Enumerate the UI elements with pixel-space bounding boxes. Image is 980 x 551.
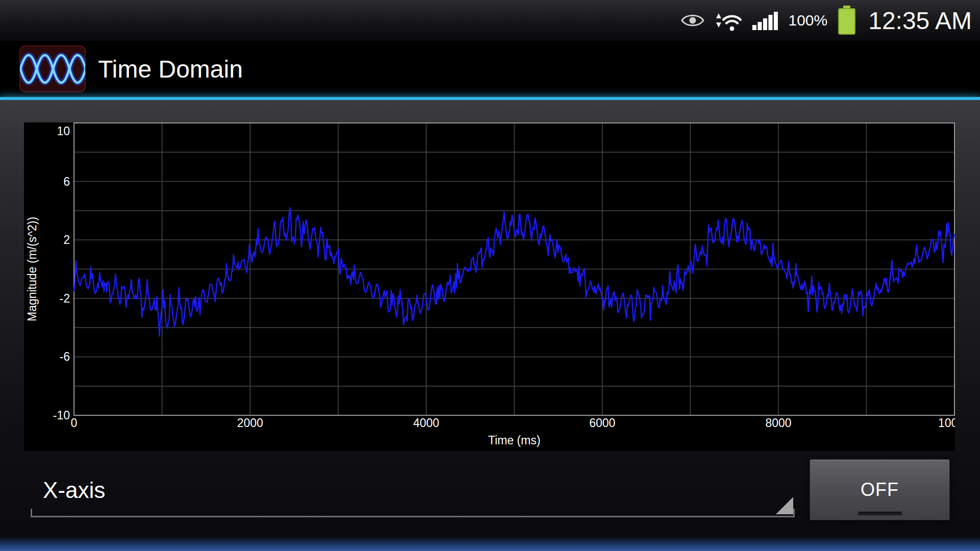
svg-text:0: 0 <box>71 416 78 430</box>
chart-svg: 02000400060008000100001062-2-6-10Time (m… <box>24 122 955 451</box>
action-bar: Time Domain <box>0 41 980 97</box>
svg-text:6: 6 <box>63 175 70 188</box>
chart-grid <box>74 123 954 415</box>
battery-icon <box>838 6 856 35</box>
svg-text:10: 10 <box>57 124 70 138</box>
wifi-icon <box>715 9 742 32</box>
svg-text:4000: 4000 <box>413 416 439 430</box>
axis-tick-labels: 02000400060008000100001062-2-6-10 <box>53 124 955 430</box>
off-toggle-button[interactable]: OFF <box>810 459 950 520</box>
svg-text:10000: 10000 <box>938 416 955 430</box>
svg-text:8000: 8000 <box>765 416 791 430</box>
spinner-dropdown-triangle-icon <box>776 497 793 514</box>
signal-strength-icon <box>752 11 778 30</box>
toggle-label: OFF <box>861 479 899 500</box>
x-axis-title: Time (ms) <box>488 434 541 447</box>
bottom-gradient <box>0 537 980 551</box>
svg-text:-2: -2 <box>60 292 70 305</box>
toggle-state-indicator <box>858 512 902 515</box>
spinner-selected-value: X-axis <box>43 478 105 503</box>
app-icon-sine-waves <box>19 45 86 92</box>
battery-percent: 100% <box>788 12 827 29</box>
svg-text:2: 2 <box>63 233 70 246</box>
svg-text:2000: 2000 <box>237 416 263 430</box>
android-screen: 100% 12:35 AM Time Domain <box>0 0 980 551</box>
svg-text:-10: -10 <box>53 409 70 422</box>
svg-text:6000: 6000 <box>589 416 615 430</box>
y-axis-title: Magnitude (m/(s^2)) <box>26 217 39 321</box>
time-domain-chart: 02000400060008000100001062-2-6-10Time (m… <box>24 122 955 451</box>
content-area: 02000400060008000100001062-2-6-10Time (m… <box>0 100 980 551</box>
status-bar: 100% 12:35 AM <box>0 0 980 41</box>
smart-stay-eye-icon <box>681 12 704 29</box>
svg-text:-6: -6 <box>60 350 70 363</box>
status-clock: 12:35 AM <box>868 7 972 35</box>
app-title: Time Domain <box>98 55 243 83</box>
x-axis-spinner[interactable]: X-axis <box>31 464 795 517</box>
